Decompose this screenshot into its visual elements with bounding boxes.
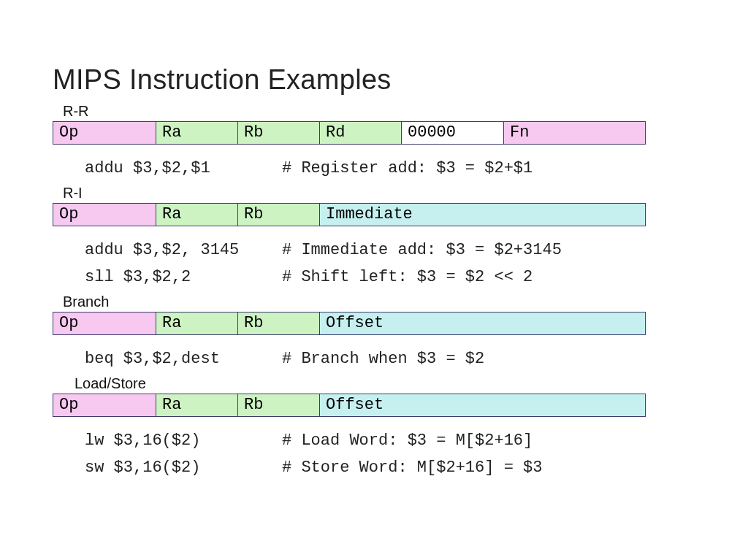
example-inst: addu $3,$2, 3145 xyxy=(85,241,282,259)
format-row-branch: Op Ra Rb Offset xyxy=(53,312,646,335)
slide-content: MIPS Instruction Examples R-R Op Ra Rb R… xyxy=(53,64,695,480)
example-cmt: # Store Word: M[$2+16] = $3 xyxy=(282,459,542,477)
cell-ra: Ra xyxy=(156,312,237,334)
format-row-rr: Op Ra Rb Rd 00000 Fn xyxy=(53,121,646,145)
example-cmt: # Shift left: $3 = $2 << 2 xyxy=(282,268,533,286)
cell-op: Op xyxy=(53,312,156,334)
example-inst: lw $3,16($2) xyxy=(85,431,282,450)
section-label-ri: R-I xyxy=(63,185,695,202)
cell-fn: Fn xyxy=(503,122,645,144)
cell-zero: 00000 xyxy=(401,122,503,144)
cell-op: Op xyxy=(53,204,156,226)
section-label-branch: Branch xyxy=(63,294,695,310)
example-inst: addu $3,$2,$1 xyxy=(85,159,282,177)
example-ri2: sll $3,$2,2 # Shift left: $3 = $2 << 2 xyxy=(85,268,695,286)
example-cmt: # Immediate add: $3 = $2+3145 xyxy=(282,241,562,259)
example-cmt: # Load Word: $3 = M[$2+16] xyxy=(282,431,533,450)
cell-op: Op xyxy=(53,122,156,144)
cell-imm: Immediate xyxy=(319,204,645,226)
cell-ra: Ra xyxy=(156,122,237,144)
cell-op: Op xyxy=(53,394,156,416)
cell-ra: Ra xyxy=(156,394,237,416)
example-ls1: lw $3,16($2) # Load Word: $3 = M[$2+16] xyxy=(85,431,695,450)
example-inst: sll $3,$2,2 xyxy=(85,268,282,286)
cell-rb: Rb xyxy=(237,204,319,226)
cell-rb: Rb xyxy=(237,122,319,144)
format-row-ri: Op Ra Rb Immediate xyxy=(53,203,646,226)
example-inst: beq $3,$2,dest xyxy=(85,350,282,368)
example-cmt: # Register add: $3 = $2+$1 xyxy=(282,159,533,177)
example-branch: beq $3,$2,dest # Branch when $3 = $2 xyxy=(85,350,695,368)
example-inst: sw $3,16($2) xyxy=(85,459,282,477)
cell-rb: Rb xyxy=(237,312,319,334)
page-title: MIPS Instruction Examples xyxy=(53,64,695,96)
cell-off: Offset xyxy=(319,312,645,334)
example-cmt: # Branch when $3 = $2 xyxy=(282,350,484,368)
cell-ra: Ra xyxy=(156,204,237,226)
cell-off: Offset xyxy=(319,394,645,416)
section-label-rr: R-R xyxy=(63,103,695,120)
cell-rb: Rb xyxy=(237,394,319,416)
section-label-ls: Load/Store xyxy=(75,375,695,392)
example-rr: addu $3,$2,$1 # Register add: $3 = $2+$1 xyxy=(85,159,695,177)
cell-rd: Rd xyxy=(319,122,401,144)
format-row-ls: Op Ra Rb Offset xyxy=(53,394,646,417)
example-ri1: addu $3,$2, 3145 # Immediate add: $3 = $… xyxy=(85,241,695,259)
example-ls2: sw $3,16($2) # Store Word: M[$2+16] = $3 xyxy=(85,459,695,477)
